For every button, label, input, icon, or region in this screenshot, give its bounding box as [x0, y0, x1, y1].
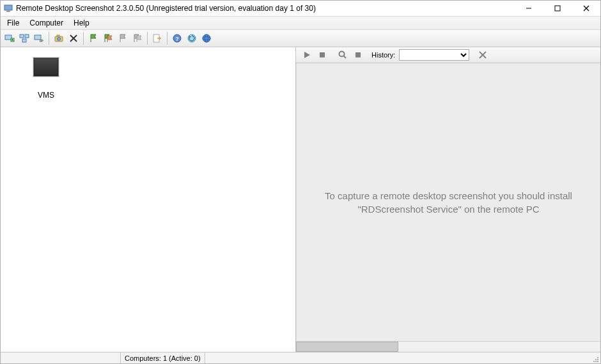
zoom-button[interactable]	[336, 48, 350, 62]
preview-area: To capture a remote desktop screenshot y…	[296, 63, 600, 341]
computer-thumbnail-icon	[33, 57, 59, 77]
play-button[interactable]	[300, 48, 314, 62]
svg-rect-0	[4, 5, 12, 10]
svg-point-16	[58, 38, 61, 41]
export-button[interactable]	[150, 31, 164, 45]
toolbar-separator	[83, 32, 84, 45]
svg-point-35	[597, 359, 598, 360]
menu-computer[interactable]: Computer	[24, 17, 68, 29]
add-computer-button[interactable]	[3, 31, 17, 45]
svg-point-24	[203, 34, 210, 42]
close-button[interactable]	[572, 1, 600, 16]
preview-toolbar: History:	[296, 47, 600, 63]
svg-point-37	[595, 359, 597, 360]
scrollbar-thumb[interactable]	[296, 342, 398, 352]
computer-item[interactable]: VMS	[24, 57, 68, 100]
add-by-ip-button[interactable]: IP	[32, 31, 46, 45]
menubar: File Computer Help	[1, 16, 600, 30]
svg-rect-10	[20, 34, 24, 38]
svg-rect-11	[25, 34, 29, 38]
horizontal-scrollbar[interactable]	[296, 341, 600, 352]
menu-file[interactable]: File	[2, 17, 24, 29]
computers-list-pane[interactable]: VMS	[1, 47, 296, 352]
svg-rect-30	[355, 52, 361, 57]
svg-rect-27	[320, 52, 325, 57]
maximize-button[interactable]	[543, 1, 572, 16]
history-label: History:	[371, 51, 395, 59]
toolbar-separator	[167, 32, 168, 45]
computer-label: VMS	[24, 91, 68, 100]
main-toolbar: IP ?	[1, 30, 600, 47]
update-button[interactable]	[185, 31, 199, 45]
svg-rect-3	[555, 6, 560, 11]
svg-text:IP: IP	[40, 39, 43, 43]
scan-network-button[interactable]	[17, 31, 31, 45]
status-cell-empty	[1, 353, 121, 363]
app-icon	[3, 3, 13, 13]
svg-line-29	[344, 56, 347, 59]
help-button[interactable]: ?	[170, 31, 184, 45]
delete-button[interactable]	[66, 31, 81, 45]
toolbar-separator	[49, 32, 49, 45]
preview-pane: History: To capture a remote desktop scr…	[296, 47, 600, 352]
window-title: Remote Desktop Screenshot 2.3.0.50 (Unre…	[16, 4, 316, 13]
history-dropdown[interactable]	[399, 49, 469, 61]
app-window: Remote Desktop Screenshot 2.3.0.50 (Unre…	[0, 0, 601, 364]
svg-rect-17	[57, 35, 59, 36]
svg-point-28	[340, 52, 345, 57]
resize-grip-icon[interactable]	[590, 353, 600, 363]
flag-button-1[interactable]	[86, 31, 100, 45]
flag-button-3[interactable]	[116, 31, 130, 45]
clear-history-button[interactable]	[476, 48, 490, 62]
titlebar: Remote Desktop Screenshot 2.3.0.50 (Unre…	[1, 1, 600, 16]
web-button[interactable]	[199, 31, 214, 45]
svg-point-36	[593, 361, 595, 362]
content-area: VMS History: To capture a remote desktop…	[1, 47, 600, 352]
svg-point-34	[595, 361, 597, 362]
status-computers: Computers: 1 (Active: 0)	[121, 353, 205, 363]
svg-point-33	[597, 361, 598, 362]
minimize-button[interactable]	[514, 1, 543, 16]
preview-message: To capture a remote desktop screenshot y…	[316, 189, 581, 216]
flag-button-2[interactable]	[101, 31, 115, 45]
statusbar: Computers: 1 (Active: 0)	[1, 352, 600, 363]
fit-button[interactable]	[351, 48, 365, 62]
svg-text:?: ?	[175, 36, 179, 42]
menu-help[interactable]: Help	[68, 17, 95, 29]
toolbar-separator	[147, 32, 148, 45]
svg-point-38	[597, 357, 598, 358]
svg-rect-1	[6, 11, 10, 12]
svg-rect-12	[22, 39, 26, 42]
take-screenshot-button[interactable]	[52, 31, 66, 45]
stop-button[interactable]	[315, 48, 329, 62]
flag-button-4[interactable]	[130, 31, 144, 45]
